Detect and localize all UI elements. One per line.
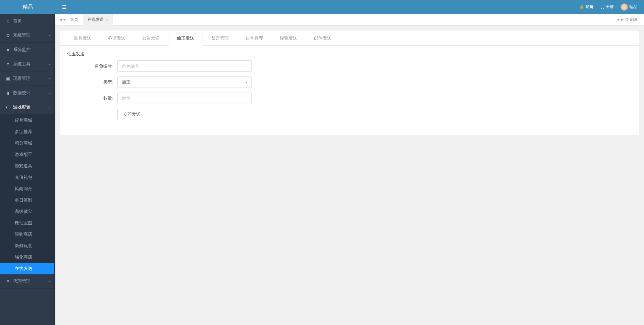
- users-icon: ⚘: [6, 279, 10, 284]
- sub-tab-exp-send[interactable]: 经验发送: [271, 31, 306, 45]
- chevron-down-icon: ⌄: [48, 106, 50, 109]
- refresh-label: 刷新: [630, 17, 638, 22]
- sidebar-item-system-manage[interactable]: ⚙ 系统管理 ‹: [0, 28, 54, 43]
- sub-tab-title-send[interactable]: 称谓发送: [100, 31, 134, 45]
- gear-icon: ⚙: [6, 33, 10, 38]
- fullscreen-label: 全屏: [606, 4, 614, 10]
- sidebar-sub-game-config[interactable]: 游戏配置: [0, 149, 54, 160]
- sidebar: ⌂ 首页 ⚙ 系统管理 ‹ ■ 系统监控 ‹ ≡ 系统工具 ‹ ▣ 玩家管理 ‹…: [0, 14, 55, 325]
- sidebar-item-label: 玩家管理: [13, 75, 31, 82]
- user-menu[interactable]: 精品: [621, 3, 637, 11]
- header-left: ☰: [55, 4, 66, 10]
- sidebar-sub-enhance-shop[interactable]: 强化商店: [0, 252, 54, 263]
- sidebar-home[interactable]: ⌂ 首页: [0, 14, 54, 28]
- page-tab-bar: ◄◄ 首页 在线发送 ✕ ►► ⟳ 刷新: [55, 14, 644, 25]
- sidebar-sub-daily-signin[interactable]: 每日签到: [0, 195, 54, 206]
- top-header: 精品 ☰ 🔒 锁屏 ⛶ 全屏 精品: [0, 0, 644, 14]
- chevron-left-icon: ‹: [49, 62, 50, 66]
- sidebar-item-label: 数据统计: [13, 90, 31, 96]
- submit-button[interactable]: 立即发送: [117, 109, 146, 120]
- section-title: 仙玉发送: [60, 46, 639, 60]
- sub-tab-xianyu-send[interactable]: 仙玉发送: [168, 31, 203, 46]
- page-tab-home-label: 首页: [70, 14, 78, 25]
- page-tab-current-label: 在线发送: [88, 14, 104, 25]
- sub-tab-mail-send[interactable]: 邮件发送: [306, 31, 340, 45]
- refresh-button[interactable]: ⟳ 刷新: [626, 17, 638, 22]
- role-label: 角色编号:: [67, 63, 117, 69]
- sub-tab-notice-send[interactable]: 公告发送: [134, 31, 168, 45]
- type-select-value: 加玉: [122, 79, 130, 85]
- sidebar-sub-premium-treasure[interactable]: 高级藏宝: [0, 206, 54, 217]
- chart-icon: ▮: [6, 91, 10, 96]
- sidebar-sub-duobao[interactable]: 多宝推荐: [0, 126, 54, 138]
- qty-label: 数量:: [67, 95, 117, 101]
- square-icon: ▣: [6, 76, 10, 81]
- sidebar-sub-game-props[interactable]: 游戏道具: [0, 160, 54, 172]
- caret-down-icon: ▾: [246, 80, 247, 84]
- sidebar-sub-point-mall[interactable]: 积分商城: [0, 138, 54, 149]
- sidebar-item-label: 系统工具: [13, 61, 31, 67]
- page-tab-current[interactable]: 在线发送 ✕: [83, 14, 113, 25]
- qty-input[interactable]: [117, 93, 252, 104]
- brand-logo: 精品: [0, 0, 55, 14]
- sidebar-item-agent-manage[interactable]: ⚘ 代理管理 ‹: [0, 274, 54, 289]
- list-icon: ≡: [6, 62, 10, 67]
- tab-next-button[interactable]: ►►: [617, 17, 624, 21]
- type-select[interactable]: 加玉 ▾: [117, 76, 252, 88]
- tab-nav-right: ►► ⟳ 刷新: [617, 17, 641, 22]
- chevron-left-icon: ‹: [49, 34, 50, 37]
- chevron-left-icon: ‹: [49, 280, 50, 283]
- sidebar-item-label: 游戏配置: [13, 104, 31, 110]
- tab-close-icon[interactable]: ✕: [106, 14, 108, 25]
- sidebar-item-player-manage[interactable]: ▣ 玩家管理 ‹: [0, 71, 54, 86]
- sidebar-sub-new-gadgets[interactable]: 新鲜玩意: [0, 240, 54, 252]
- page-tab-home[interactable]: 首页: [65, 14, 83, 25]
- sidebar-home-label: 首页: [13, 18, 22, 24]
- home-icon: ⌂: [6, 18, 10, 23]
- sidebar-sub-fengyutongzhou[interactable]: 风雨同舟: [0, 183, 54, 195]
- lock-icon: 🔒: [579, 5, 584, 9]
- monitor-icon: 🖵: [6, 105, 10, 110]
- sidebar-sub-limited-shop[interactable]: 限购商店: [0, 229, 54, 240]
- header-right: 🔒 锁屏 ⛶ 全屏 精品: [579, 3, 644, 11]
- sidebar-sub-online-send[interactable]: 在线发送: [0, 263, 54, 274]
- form-row-qty: 数量:: [67, 93, 632, 104]
- sub-tab-prop-send[interactable]: 道具发送: [65, 31, 100, 45]
- sidebar-item-system-tools[interactable]: ≡ 系统工具 ‹: [0, 57, 54, 71]
- sidebar-sub-zhuxian-map[interactable]: 诛仙宝图: [0, 217, 54, 229]
- sidebar-item-label: 代理管理: [13, 278, 31, 284]
- chevron-left-icon: ‹: [49, 48, 50, 52]
- sidebar-sub-fragment-mall[interactable]: 碎片商城: [0, 115, 54, 126]
- sub-tab-ban-manage[interactable]: 封号管理: [237, 31, 271, 45]
- sub-tabs: 道具发送 称谓发送 公告发送 仙玉发送 禁言管理 封号管理 经验发送 邮件发送: [60, 31, 639, 46]
- menu-toggle-icon[interactable]: ☰: [62, 4, 66, 10]
- fullscreen-icon: ⛶: [600, 5, 604, 9]
- avatar-icon: [621, 3, 628, 11]
- role-input[interactable]: [117, 60, 252, 72]
- fullscreen-button[interactable]: ⛶ 全屏: [600, 4, 614, 10]
- form-area: 角色编号: 类型: 加玉 ▾ 数量:: [60, 60, 639, 135]
- form-row-submit: 立即发送: [67, 109, 632, 120]
- tab-prev-button[interactable]: ◄◄: [59, 17, 65, 21]
- refresh-icon: ⟳: [626, 17, 629, 22]
- form-row-type: 类型: 加玉 ▾: [67, 76, 632, 88]
- type-label: 类型:: [67, 79, 117, 85]
- content-card: 道具发送 称谓发送 公告发送 仙玉发送 禁言管理 封号管理 经验发送 邮件发送 …: [60, 31, 639, 135]
- sidebar-item-data-stats[interactable]: ▮ 数据统计 ‹: [0, 86, 54, 100]
- lock-label: 锁屏: [586, 4, 594, 10]
- main-content: ◄◄ 首页 在线发送 ✕ ►► ⟳ 刷新 道具发送 称谓发送 公告发送 仙玉发送…: [55, 14, 644, 325]
- sidebar-item-label: 系统管理: [13, 32, 31, 38]
- chevron-left-icon: ‹: [49, 77, 50, 80]
- chevron-left-icon: ‹: [49, 91, 50, 95]
- lock-button[interactable]: 🔒 锁屏: [579, 4, 594, 10]
- sidebar-sub-recharge-pack[interactable]: 充值礼包: [0, 172, 54, 183]
- sub-tab-mute-manage[interactable]: 禁言管理: [203, 31, 237, 45]
- sidebar-item-system-monitor[interactable]: ■ 系统监控 ‹: [0, 43, 54, 57]
- sidebar-item-game-config[interactable]: 🖵 游戏配置 ⌄: [0, 100, 54, 115]
- user-name: 精品: [629, 4, 637, 10]
- camera-icon: ■: [6, 47, 10, 52]
- sidebar-item-label: 系统监控: [13, 47, 31, 53]
- form-row-role: 角色编号:: [67, 60, 632, 72]
